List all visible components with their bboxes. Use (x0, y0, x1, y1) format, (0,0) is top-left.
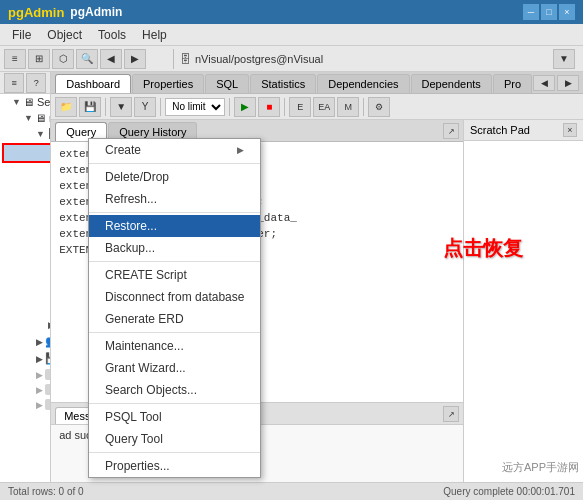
table-icon-btn[interactable]: ⊞ (28, 49, 50, 69)
tab-dependents[interactable]: Dependents (411, 74, 492, 93)
tree-item-pub[interactable]: ▶ 📁 Pub... (0, 266, 50, 283)
scratch-pad-content[interactable] (464, 141, 583, 481)
path-dropdown-btn[interactable]: ▼ (553, 49, 575, 69)
context-menu-item-generate-erd[interactable]: Generate ERD (89, 308, 260, 330)
toolbar-sep2 (160, 98, 161, 116)
run-btn[interactable]: ▶ (234, 97, 256, 117)
context-menu-delete-label: Delete/Drop (105, 170, 169, 184)
status-time: Query complete 00:00:01.701 (443, 486, 575, 497)
tree-item-eve[interactable]: ▶ 📁 Eve... (0, 198, 50, 215)
blurred2-arrow-icon: ▶ (36, 385, 43, 395)
tree-nvisual-server[interactable]: ▼ 🖥 nVisual (0, 110, 50, 126)
browser-sidebar: ≡ ? ▼ 🖥 Servers (10) ▼ 🖥 nVisual ▼ 🗄 Dat… (0, 72, 51, 482)
next-tab-btn[interactable]: ▶ (557, 75, 579, 91)
tree-tablespace[interactable]: ▶ 💾 Tablespa... (0, 350, 50, 367)
explain-btn[interactable]: E (289, 97, 311, 117)
tab-dependencies[interactable]: Dependencies (317, 74, 409, 93)
tab-sql[interactable]: SQL (205, 74, 249, 93)
tree-databases[interactable]: ▼ 🗄 Databases (2) (0, 126, 50, 142)
close-button[interactable]: × (559, 4, 575, 20)
view-icon-btn[interactable]: ⬡ (52, 49, 74, 69)
status-rows: Total rows: 0 of 0 (8, 486, 84, 497)
tree-postgr[interactable]: ▶ 🗄 postgr... (0, 317, 50, 333)
filter2-btn[interactable]: Y (134, 97, 156, 117)
toolbar-sep1 (105, 98, 106, 116)
context-menu-item-create-script[interactable]: CREATE Script (89, 264, 260, 286)
commit-btn[interactable]: M (337, 97, 359, 117)
tree-item-fo[interactable]: ▶ 📁 Fo... (0, 232, 50, 249)
tablespace-icon: 💾 (45, 352, 50, 365)
no-limit-select[interactable]: No limit 100 500 1000 (165, 98, 225, 116)
scratch-pad-close-btn[interactable]: × (563, 123, 577, 137)
context-menu-item-backup[interactable]: Backup... (89, 237, 260, 259)
login-group-arrow-icon: ▶ (36, 337, 43, 347)
tree-nvisual-db[interactable]: ▼ 🗄 nVisual (2, 143, 50, 163)
menu-file[interactable]: File (4, 26, 39, 44)
context-menu-item-create[interactable]: Create ▶ (89, 139, 260, 161)
context-menu-item-psql[interactable]: PSQL Tool (89, 406, 260, 428)
tree-login-group[interactable]: ▶ 👥 Login/Gro... (0, 333, 50, 350)
tab-pro[interactable]: Pro (493, 74, 532, 93)
tree-servers[interactable]: ▼ 🖥 Servers (10) (0, 94, 50, 110)
tree-item-sub[interactable]: ▶ 📁 Sub... (0, 300, 50, 317)
context-menu-item-properties[interactable]: Properties... (89, 455, 260, 477)
context-menu-sep6 (89, 452, 260, 453)
sidebar-icon1[interactable]: ≡ (4, 73, 24, 93)
tree-blurred-2[interactable]: ▶ ████████ (0, 382, 50, 397)
save-btn[interactable]: 💾 (79, 97, 101, 117)
servers-icon: 🖥 (23, 96, 34, 108)
filter-btn[interactable]: ▼ (110, 97, 132, 117)
forward-icon-btn[interactable]: ▶ (124, 49, 146, 69)
menu-object[interactable]: Object (39, 26, 90, 44)
object-icon-btn[interactable]: ≡ (4, 49, 26, 69)
window-controls: ─ □ × (523, 4, 575, 20)
context-menu-item-grant-wizard[interactable]: Grant Wizard... (89, 357, 260, 379)
blurred3-label: ████████ (45, 399, 50, 410)
search-icon-btn[interactable]: 🔍 (76, 49, 98, 69)
toolbar-sep5 (363, 98, 364, 116)
scratch-pad-label: Scratch Pad (470, 124, 530, 136)
context-menu-item-delete[interactable]: Delete/Drop (89, 166, 260, 188)
expand-query-btn[interactable]: ↗ (443, 123, 459, 139)
maximize-button[interactable]: □ (541, 4, 557, 20)
tree-item-cas[interactable]: ▶ 📁 Cas... (0, 164, 50, 181)
context-menu-item-disconnect[interactable]: Disconnect from database (89, 286, 260, 308)
context-menu-sep3 (89, 261, 260, 262)
context-menu-create-script-label: CREATE Script (105, 268, 187, 282)
context-menu-psql-label: PSQL Tool (105, 410, 162, 424)
menu-tools[interactable]: Tools (90, 26, 134, 44)
servers-label: Servers (10) (37, 96, 50, 108)
status-bar: Total rows: 0 of 0 Query complete 00:00:… (0, 482, 583, 500)
app-title: pgAdmin (70, 5, 122, 19)
tree-item-cata[interactable]: ▶ 📁 Cata... (0, 181, 50, 198)
databases-icon: 🗄 (47, 128, 50, 140)
context-menu-refresh-label: Refresh... (105, 192, 157, 206)
menu-help[interactable]: Help (134, 26, 175, 44)
expand-results-btn[interactable]: ↗ (443, 406, 459, 422)
explain-analyze-btn[interactable]: EA (313, 97, 335, 117)
minimize-button[interactable]: ─ (523, 4, 539, 20)
tree-item-lan[interactable]: ▶ 📁 Lan... (0, 249, 50, 266)
tree-item-sch[interactable]: ▶ 📁 Sch... (0, 283, 50, 300)
prev-tab-btn[interactable]: ◀ (533, 75, 555, 91)
tree-blurred-3[interactable]: ▶ ████████ (0, 397, 50, 412)
tree-blurred-1[interactable]: ▶ ████████ (0, 367, 50, 382)
context-menu-properties-label: Properties... (105, 459, 170, 473)
context-menu-item-refresh[interactable]: Refresh... (89, 188, 260, 210)
tab-dashboard[interactable]: Dashboard (55, 74, 131, 93)
tab-properties[interactable]: Properties (132, 74, 204, 93)
tree-item-ext[interactable]: ▶ 📁 Ext... (0, 215, 50, 232)
context-menu-item-search[interactable]: Search Objects... (89, 379, 260, 401)
chinese-annotation: 点击恢复 (443, 235, 523, 262)
open-file-btn[interactable]: 📁 (55, 97, 77, 117)
context-menu-item-restore[interactable]: Restore... (89, 215, 260, 237)
misc-btn[interactable]: ⚙ (368, 97, 390, 117)
tab-statistics[interactable]: Statistics (250, 74, 316, 93)
toolbar-sep4 (284, 98, 285, 116)
back-icon-btn[interactable]: ◀ (100, 49, 122, 69)
stop-btn[interactable]: ■ (258, 97, 280, 117)
sidebar-icon2[interactable]: ? (26, 73, 46, 93)
context-menu-item-maintenance[interactable]: Maintenance... (89, 335, 260, 357)
context-menu-sep4 (89, 332, 260, 333)
context-menu-item-query-tool[interactable]: Query Tool (89, 428, 260, 450)
